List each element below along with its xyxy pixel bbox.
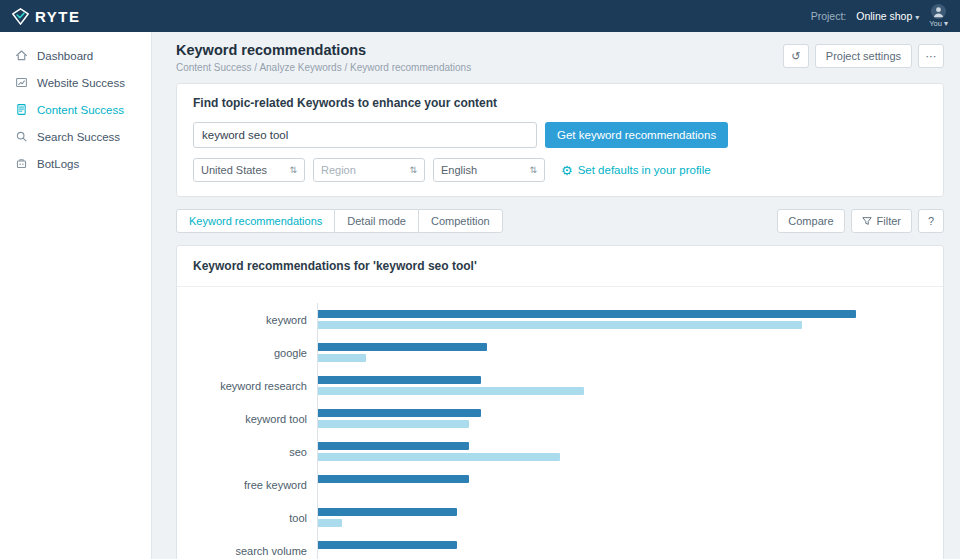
sort-icon: ⇅ (529, 165, 537, 175)
chart-row: keyword (187, 303, 923, 336)
chart-bar-group (317, 369, 923, 402)
chart-row: tool (187, 501, 923, 534)
bar-primary[interactable] (318, 310, 856, 318)
bar-primary[interactable] (318, 376, 481, 384)
botlogs-icon (15, 157, 28, 170)
chart-row: free keyword (187, 468, 923, 501)
more-icon: ⋯ (926, 50, 937, 63)
sidebar-item-content-success[interactable]: Content Success (0, 96, 151, 123)
compare-button[interactable]: Compare (777, 209, 844, 233)
help-button[interactable]: ? (918, 209, 944, 233)
chart-bar-group (317, 336, 923, 369)
app-window: RYTE Project: Online shop ▾ You ▾ Dashbo… (0, 0, 960, 559)
more-options-button[interactable]: ⋯ (918, 44, 944, 68)
brand[interactable]: RYTE (12, 8, 80, 25)
bar-secondary[interactable] (318, 387, 584, 395)
region-select[interactable]: Region ⇅ (313, 158, 425, 182)
sort-icon: ⇅ (409, 165, 417, 175)
view-tabs-row: Keyword recommendationsDetail modeCompet… (176, 209, 944, 233)
chart-bar-group (317, 534, 923, 559)
chart-category-label: google (187, 347, 317, 359)
language-select[interactable]: English ⇅ (433, 158, 545, 182)
bar-primary[interactable] (318, 409, 481, 417)
tab-detail-mode[interactable]: Detail mode (334, 209, 419, 233)
keyword-input[interactable] (193, 122, 537, 148)
bar-secondary[interactable] (318, 420, 469, 428)
gear-icon: ⚙ (561, 164, 573, 177)
tab-competition[interactable]: Competition (418, 209, 503, 233)
sidebar: DashboardWebsite SuccessContent SuccessS… (0, 32, 152, 559)
chart-row: keyword research (187, 369, 923, 402)
sidebar-item-website-success[interactable]: Website Success (0, 69, 151, 96)
chart-row: keyword tool (187, 402, 923, 435)
bar-primary[interactable] (318, 475, 469, 483)
sort-icon: ⇅ (289, 165, 297, 175)
set-defaults-link[interactable]: ⚙ Set defaults in your profile (561, 164, 711, 177)
bar-chart: keywordgooglekeyword researchkeyword too… (177, 287, 943, 559)
chevron-down-icon: ▾ (915, 13, 919, 22)
chart-category-label: keyword (187, 314, 317, 326)
refresh-icon: ↺ (791, 50, 800, 63)
ryte-logo-icon (12, 8, 29, 25)
project-label: Project: (811, 10, 847, 22)
sidebar-item-label: Search Success (37, 131, 120, 143)
sidebar-item-label: Website Success (37, 77, 125, 89)
get-recommendations-button[interactable]: Get keyword recommendations (545, 122, 728, 148)
main-content: Keyword recommendations Content Success … (152, 32, 960, 559)
content-icon (15, 103, 28, 116)
sidebar-item-label: Dashboard (37, 50, 93, 62)
project-settings-button[interactable]: Project settings (815, 44, 912, 68)
sidebar-item-botlogs[interactable]: BotLogs (0, 150, 151, 177)
chart-bar-group (317, 303, 923, 336)
chart-row: seo (187, 435, 923, 468)
keyword-search-card: Find topic-related Keywords to enhance y… (176, 83, 944, 197)
breadcrumb[interactable]: Content Success / Analyze Keywords / Key… (176, 62, 471, 73)
user-menu[interactable]: You ▾ (929, 4, 948, 28)
website-icon (15, 76, 28, 89)
chart-title: Keyword recommendations for 'keyword seo… (193, 259, 927, 273)
user-label: You ▾ (929, 20, 948, 28)
sidebar-nav: DashboardWebsite SuccessContent SuccessS… (0, 42, 151, 177)
bar-secondary[interactable] (318, 453, 560, 461)
sidebar-item-dashboard[interactable]: Dashboard (0, 42, 151, 69)
refresh-button[interactable]: ↺ (783, 44, 809, 68)
chart-category-label: keyword research (187, 380, 317, 392)
chevron-down-icon: ▾ (944, 19, 948, 28)
page-header: Keyword recommendations Content Success … (176, 42, 944, 73)
bar-primary[interactable] (318, 541, 457, 549)
chart-category-label: keyword tool (187, 413, 317, 425)
project-selector[interactable]: Online shop ▾ (856, 10, 919, 22)
bar-secondary[interactable] (318, 519, 342, 527)
chart-bar-group (317, 402, 923, 435)
chart-row: search volume (187, 534, 923, 559)
home-icon (15, 49, 28, 62)
chart-category-label: free keyword (187, 479, 317, 491)
view-tabs: Keyword recommendationsDetail modeCompet… (176, 209, 503, 233)
chart-category-label: seo (187, 446, 317, 458)
search-icon (15, 130, 28, 143)
avatar (931, 4, 946, 19)
chart-bar-group (317, 468, 923, 501)
chart-bar-group (317, 501, 923, 534)
chart-card: Keyword recommendations for 'keyword seo… (176, 245, 944, 559)
sidebar-item-label: Content Success (37, 104, 124, 116)
funnel-icon (862, 216, 872, 226)
filter-button[interactable]: Filter (851, 209, 912, 233)
bar-secondary[interactable] (318, 354, 366, 362)
page-title: Keyword recommendations (176, 42, 471, 58)
chart-category-label: search volume (187, 545, 317, 557)
bar-primary[interactable] (318, 442, 469, 450)
tab-keyword-recommendations[interactable]: Keyword recommendations (176, 209, 335, 233)
bar-primary[interactable] (318, 343, 487, 351)
sidebar-item-search-success[interactable]: Search Success (0, 123, 151, 150)
brand-name: RYTE (35, 8, 80, 25)
country-select[interactable]: United States ⇅ (193, 158, 305, 182)
bar-primary[interactable] (318, 508, 457, 516)
topbar: RYTE Project: Online shop ▾ You ▾ (0, 0, 960, 32)
sidebar-item-label: BotLogs (37, 158, 79, 170)
chart-row: google (187, 336, 923, 369)
search-card-title: Find topic-related Keywords to enhance y… (193, 96, 927, 110)
chart-category-label: tool (187, 512, 317, 524)
chart-bar-group (317, 435, 923, 468)
bar-secondary[interactable] (318, 321, 802, 329)
